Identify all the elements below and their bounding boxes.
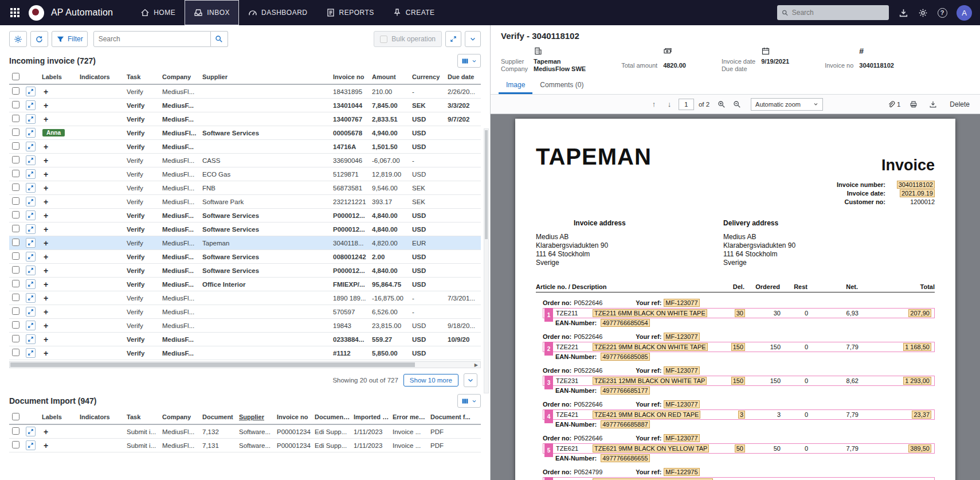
row-checkbox[interactable] xyxy=(12,128,19,136)
add-label-button[interactable]: + xyxy=(42,170,49,178)
row-checkbox[interactable] xyxy=(12,349,19,356)
col-supplier[interactable]: Supplier xyxy=(201,73,331,80)
row-checkbox[interactable] xyxy=(12,197,19,205)
open-document-icon[interactable] xyxy=(26,440,36,450)
col-labels[interactable]: Labels xyxy=(40,413,78,420)
invoice-table-row[interactable]: + Verify MediusFl... 570597 6,526.00 - xyxy=(9,305,481,319)
zoom-in-icon[interactable] xyxy=(715,98,728,111)
col-labels[interactable]: Labels xyxy=(40,73,78,80)
add-label-button[interactable]: + xyxy=(42,157,49,165)
add-label-button[interactable]: + xyxy=(42,349,49,357)
row-checkbox[interactable] xyxy=(12,252,19,260)
list-settings-button[interactable] xyxy=(9,31,27,47)
open-invoice-icon[interactable] xyxy=(26,224,36,234)
row-checkbox[interactable] xyxy=(12,156,19,163)
invoice-table-row[interactable]: + Verify MediusF... Software Services 00… xyxy=(9,250,481,264)
add-label-button[interactable]: + xyxy=(42,428,49,436)
tab-comments[interactable]: Comments (0) xyxy=(532,77,591,94)
col-indicators[interactable]: Indicators xyxy=(78,73,125,80)
document-import-columns-button[interactable] xyxy=(457,394,481,408)
user-avatar[interactable]: A xyxy=(957,5,972,21)
row-checkbox[interactable] xyxy=(12,211,19,218)
add-label-button[interactable]: + xyxy=(42,294,49,302)
label-badge[interactable]: Anna xyxy=(42,129,65,136)
col-task[interactable]: Task xyxy=(125,413,160,420)
refresh-button[interactable] xyxy=(30,31,48,47)
add-label-button[interactable]: + xyxy=(42,212,49,220)
add-label-button[interactable]: + xyxy=(42,280,49,288)
open-invoice-icon[interactable] xyxy=(26,155,36,165)
open-invoice-icon[interactable] xyxy=(26,279,36,289)
zoom-level-select[interactable]: Automatic zoom xyxy=(751,98,823,111)
row-checkbox[interactable] xyxy=(12,239,19,246)
settings-gear-icon[interactable] xyxy=(918,7,928,18)
select-all-checkbox[interactable] xyxy=(12,413,19,420)
nav-reports[interactable]: REPORTS xyxy=(317,0,383,25)
row-checkbox[interactable] xyxy=(12,184,19,191)
invoice-table-row[interactable]: + Verify MediusF... Software Services P0… xyxy=(9,209,481,223)
global-search-input[interactable] xyxy=(792,9,884,17)
list-search-input[interactable] xyxy=(93,31,211,47)
open-invoice-icon[interactable] xyxy=(26,334,36,344)
invoice-table-row[interactable]: + Verify MediusF... 0233884... 559.27 US… xyxy=(9,333,481,346)
download-icon[interactable] xyxy=(898,7,908,18)
open-invoice-icon[interactable] xyxy=(26,169,36,179)
open-invoice-icon[interactable] xyxy=(26,321,36,330)
add-label-button[interactable]: + xyxy=(42,102,49,110)
invoice-table-row[interactable]: + Verify MediusF... #1112 5,850.00 USD xyxy=(9,346,481,360)
expand-panel-button[interactable] xyxy=(445,31,461,47)
help-icon[interactable]: ? xyxy=(937,7,947,18)
open-invoice-icon[interactable] xyxy=(26,100,36,110)
col-amount[interactable]: Amount xyxy=(370,73,410,80)
col-indicators[interactable]: Indicators xyxy=(78,413,125,420)
bulk-operation-checkbox[interactable] xyxy=(380,36,387,43)
invoice-table-row[interactable]: + Verify MediusFl... Software Park 23212… xyxy=(9,195,481,209)
open-document-icon[interactable] xyxy=(26,427,36,436)
delete-button[interactable]: Delete xyxy=(946,99,973,110)
invoice-table-row[interactable]: + Verify MediusFl... 18431895 210.00 - 2… xyxy=(9,85,481,99)
nav-create[interactable]: CREATE xyxy=(383,0,444,25)
add-label-button[interactable]: + xyxy=(42,322,49,330)
open-invoice-icon[interactable] xyxy=(26,197,36,206)
scroll-right-arrow[interactable]: ▶ xyxy=(472,362,480,368)
invoice-table-row[interactable]: + Verify MediusF... 14716A 1,501.50 USD xyxy=(9,140,481,154)
row-checkbox[interactable] xyxy=(12,266,19,274)
row-checkbox[interactable] xyxy=(12,87,19,95)
invoice-table-row[interactable]: + Verify MediusF... Software Services P0… xyxy=(9,264,481,278)
zoom-out-icon[interactable] xyxy=(731,98,743,111)
nav-home[interactable]: HOME xyxy=(131,0,185,25)
open-invoice-icon[interactable] xyxy=(26,238,36,248)
invoice-table-row[interactable]: + Verify MediusFl... 19843 23,815.00 USD… xyxy=(9,319,481,333)
invoice-table-row[interactable]: + Verify MediusFl... Tapeman 3040118... … xyxy=(9,236,481,250)
col-invoice-no[interactable]: Invoice no xyxy=(275,413,313,420)
add-label-button[interactable]: + xyxy=(42,253,49,261)
show-more-button[interactable]: Show 10 more xyxy=(403,374,458,387)
add-label-button[interactable]: + xyxy=(42,198,49,206)
add-label-button[interactable]: + xyxy=(42,184,49,192)
list-search-button[interactable] xyxy=(211,31,228,47)
add-label-button[interactable]: + xyxy=(42,88,49,96)
row-checkbox[interactable] xyxy=(12,170,19,177)
vertical-scrollbar-thumb[interactable] xyxy=(485,130,488,239)
invoice-table-row[interactable]: + Verify MediusFl... ECO Gas 5129871 12,… xyxy=(9,167,481,181)
add-label-button[interactable]: + xyxy=(42,115,49,123)
row-checkbox[interactable] xyxy=(12,280,19,287)
previous-page-button[interactable]: ↑ xyxy=(648,98,660,111)
col-error-message[interactable]: Error mess... xyxy=(391,413,429,420)
incoming-columns-button[interactable] xyxy=(457,54,481,68)
open-invoice-icon[interactable] xyxy=(26,348,36,358)
vertical-scrollbar[interactable] xyxy=(484,128,489,393)
col-due-date[interactable]: Due date xyxy=(446,73,481,80)
row-checkbox[interactable] xyxy=(12,142,19,150)
horizontal-scrollbar[interactable]: ▶ xyxy=(9,361,481,368)
col-document-format[interactable]: Document f... xyxy=(429,413,481,420)
open-invoice-icon[interactable] xyxy=(26,183,36,193)
row-checkbox[interactable] xyxy=(12,101,19,108)
pdf-viewer[interactable]: TAPEMAN Invoice Invoice number: 30401181… xyxy=(491,114,980,480)
open-invoice-icon[interactable] xyxy=(26,266,36,275)
download-document-icon[interactable] xyxy=(927,98,939,111)
row-checkbox[interactable] xyxy=(12,441,19,448)
col-company[interactable]: Company xyxy=(160,413,201,420)
show-more-options-button[interactable] xyxy=(464,373,477,387)
attachments-button[interactable]: 1 xyxy=(887,100,900,108)
